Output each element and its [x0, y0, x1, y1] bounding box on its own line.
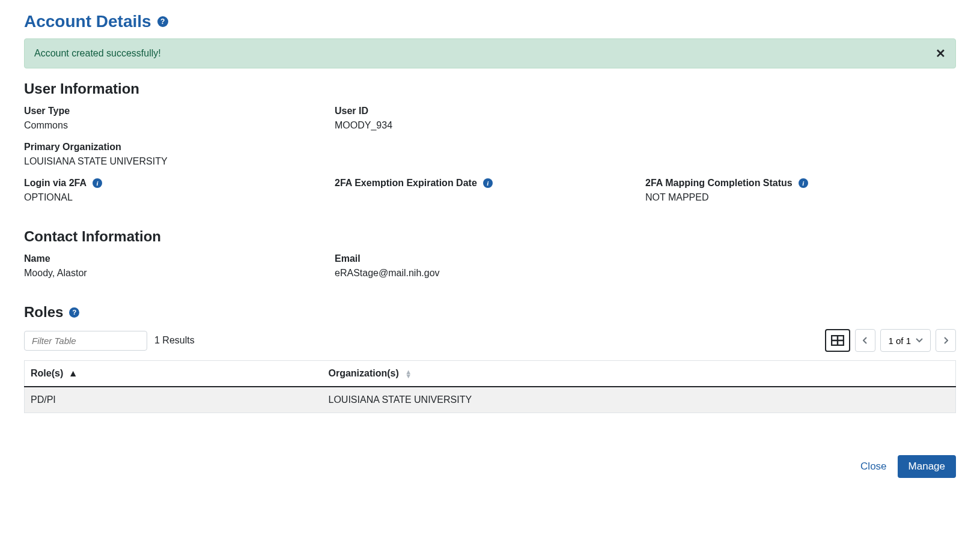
mapping-status-label: 2FA Mapping Completion Status i: [645, 178, 956, 189]
primary-org-value: LOUISIANA STATE UNIVERSITY: [24, 156, 956, 167]
exemption-field: 2FA Exemption Expiration Date i: [335, 178, 645, 203]
name-value: Moody, Alastor: [24, 268, 335, 279]
results-count: 1 Results: [154, 335, 195, 346]
table-icon: [831, 335, 844, 346]
manage-button[interactable]: Manage: [898, 455, 956, 478]
email-label: Email: [335, 253, 645, 264]
user-type-value: Commons: [24, 120, 335, 131]
toolbar-right: 1 of 1: [825, 329, 956, 352]
info-icon[interactable]: i: [799, 178, 808, 188]
column-header-org[interactable]: Organization(s) ▲▼: [323, 361, 956, 387]
info-icon[interactable]: i: [483, 178, 493, 188]
roles-heading: Roles ?: [24, 304, 956, 321]
user-id-label: User ID: [335, 106, 645, 116]
login-2fa-label: Login via 2FA i: [24, 178, 335, 189]
cell-org: LOUISIANA STATE UNIVERSITY: [323, 387, 956, 413]
alert-close-button[interactable]: ✕: [936, 46, 946, 61]
name-field: Name Moody, Alastor: [24, 253, 335, 279]
close-button[interactable]: Close: [860, 461, 886, 473]
sort-both-icon: ▲▼: [405, 370, 412, 378]
user-id-value: MOODY_934: [335, 120, 645, 131]
chevron-right-icon: [943, 337, 948, 344]
mapping-status-field: 2FA Mapping Completion Status i NOT MAPP…: [645, 178, 956, 203]
table-view-toggle[interactable]: [825, 329, 850, 352]
pager-next-button[interactable]: [936, 329, 956, 352]
table-row: PD/PI LOUISIANA STATE UNIVERSITY: [25, 387, 956, 413]
cell-role: PD/PI: [25, 387, 323, 413]
email-value: eRAStage@mail.nih.gov: [335, 268, 645, 279]
roles-toolbar: 1 Results 1 of 1: [24, 329, 956, 352]
name-label: Name: [24, 253, 335, 264]
contact-info-heading: Contact Information: [24, 228, 956, 245]
email-field: Email eRAStage@mail.nih.gov: [335, 253, 645, 279]
sort-asc-icon: ▲: [68, 368, 78, 379]
primary-org-field: Primary Organization LOUISIANA STATE UNI…: [24, 142, 956, 167]
exemption-label: 2FA Exemption Expiration Date i: [335, 178, 645, 189]
user-id-field: User ID MOODY_934: [335, 106, 645, 131]
filter-input[interactable]: [24, 331, 147, 351]
chevron-left-icon: [863, 337, 868, 344]
login-2fa-value: OPTIONAL: [24, 192, 335, 203]
contact-info-grid: Name Moody, Alastor Email eRAStage@mail.…: [24, 253, 956, 289]
pager-page-dropdown[interactable]: 1 of 1: [880, 329, 931, 352]
pager-prev-button[interactable]: [855, 329, 875, 352]
user-type-label: User Type: [24, 106, 335, 116]
page-title-text: Account Details: [24, 12, 151, 31]
roles-table: Role(s) ▲ Organization(s) ▲▼ PD/PI LOUIS…: [24, 360, 956, 413]
user-info-heading: User Information: [24, 80, 956, 97]
mapping-status-value: NOT MAPPED: [645, 192, 956, 203]
column-header-role[interactable]: Role(s) ▲: [25, 361, 323, 387]
success-alert: Account created successfully! ✕: [24, 38, 956, 68]
primary-org-label: Primary Organization: [24, 142, 956, 153]
help-icon[interactable]: ?: [69, 307, 79, 318]
user-info-grid: User Type Commons User ID MOODY_934 Prim…: [24, 106, 956, 214]
page-title: Account Details ?: [24, 12, 956, 31]
user-type-field: User Type Commons: [24, 106, 335, 131]
login-2fa-field: Login via 2FA i OPTIONAL: [24, 178, 335, 203]
info-icon[interactable]: i: [93, 178, 102, 188]
alert-message: Account created successfully!: [34, 48, 161, 59]
help-icon[interactable]: ?: [157, 16, 168, 27]
chevron-down-icon: [916, 338, 923, 343]
footer-actions: Close Manage: [24, 455, 956, 478]
